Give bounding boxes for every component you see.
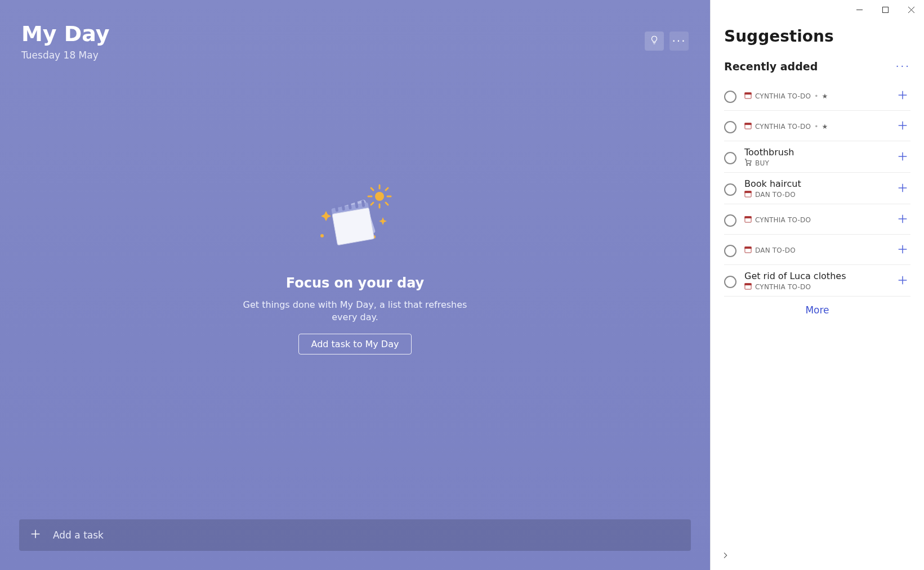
complete-checkbox[interactable] — [724, 276, 736, 288]
suggestion-item[interactable]: CYNTHIA TO-DO — [724, 204, 910, 235]
empty-desc: Get things done with My Day, a list that… — [237, 299, 474, 324]
plus-icon — [896, 243, 909, 258]
suggestion-task-title: Book haircut — [744, 178, 887, 189]
more-options-button[interactable]: ··· — [669, 32, 689, 51]
calendar-icon — [744, 216, 752, 225]
svg-line-6 — [386, 203, 388, 205]
suggestion-meta: CYNTHIA TO-DO•★ — [744, 122, 887, 131]
complete-checkbox[interactable] — [724, 183, 736, 196]
add-task-to-my-day-button[interactable]: Add task to My Day — [298, 334, 412, 354]
page-title: My Day — [21, 23, 645, 46]
plus-icon — [896, 150, 909, 165]
plus-icon — [896, 182, 909, 196]
suggestion-body: CYNTHIA TO-DO•★ — [744, 92, 887, 101]
star-icon: ★ — [822, 92, 828, 100]
suggestion-body: Get rid of Luca clothesCYNTHIA TO-DO — [744, 271, 887, 291]
titles: My Day Tuesday 18 May — [21, 23, 645, 61]
suggestion-body: DAN TO-DO — [744, 246, 887, 255]
window-close-button[interactable] — [898, 1, 924, 18]
suggestion-meta: DAN TO-DO — [744, 246, 887, 255]
calendar-icon — [744, 122, 752, 131]
section-header: Recently added ··· — [724, 60, 910, 73]
svg-rect-46 — [745, 246, 751, 248]
suggestion-item[interactable]: CYNTHIA TO-DO•★ — [724, 80, 910, 111]
suggestion-body: Book haircutDAN TO-DO — [744, 178, 887, 199]
suggestions-toggle-button[interactable] — [645, 32, 664, 51]
complete-checkbox[interactable] — [724, 245, 736, 257]
svg-rect-42 — [745, 216, 751, 218]
add-to-my-day-button[interactable] — [895, 273, 910, 289]
svg-rect-13 — [332, 208, 374, 245]
svg-rect-50 — [745, 284, 751, 285]
plus-icon — [896, 213, 909, 227]
suggestion-task-title: Get rid of Luca clothes — [744, 271, 887, 281]
complete-checkbox[interactable] — [724, 91, 736, 103]
suggestion-item[interactable]: CYNTHIA TO-DO•★ — [724, 111, 910, 141]
suggestions-pane: Suggestions Recently added ··· CYNTHIA T… — [710, 0, 924, 570]
suggestion-item[interactable]: ToothbrushBUY — [724, 141, 910, 173]
main-header: My Day Tuesday 18 May ··· — [0, 0, 710, 61]
suggestion-list-name: DAN TO-DO — [755, 191, 796, 199]
add-to-my-day-button[interactable] — [895, 243, 910, 258]
collapse-panel-button[interactable] — [721, 551, 730, 562]
window-maximize-button[interactable] — [872, 1, 898, 18]
star-icon: ★ — [822, 123, 828, 131]
suggestions-list: CYNTHIA TO-DO•★CYNTHIA TO-DO•★Toothbrush… — [724, 80, 910, 297]
suggestion-list-name: DAN TO-DO — [755, 246, 796, 254]
plus-icon — [896, 274, 909, 289]
svg-rect-38 — [745, 191, 751, 193]
suggestion-body: CYNTHIA TO-DO — [744, 216, 887, 225]
main-pane: My Day Tuesday 18 May ··· — [0, 0, 710, 570]
add-task-input[interactable] — [53, 529, 681, 541]
svg-rect-22 — [882, 7, 888, 12]
complete-checkbox[interactable] — [724, 121, 736, 133]
suggestion-task-title: Toothbrush — [744, 147, 887, 158]
complete-checkbox[interactable] — [724, 214, 736, 227]
add-to-my-day-button[interactable] — [895, 119, 910, 134]
svg-point-9 — [320, 234, 324, 237]
plus-icon — [29, 528, 42, 542]
add-task-bar[interactable] — [19, 519, 691, 551]
complete-checkbox[interactable] — [724, 152, 736, 164]
suggestion-meta: CYNTHIA TO-DO•★ — [744, 92, 887, 101]
separator-dot: • — [814, 123, 818, 131]
svg-point-0 — [375, 192, 384, 201]
suggestion-list-name: CYNTHIA TO-DO — [755, 216, 811, 224]
add-to-my-day-button[interactable] — [895, 88, 910, 104]
side-footer — [711, 543, 924, 570]
plus-icon — [896, 119, 909, 134]
suggestion-meta: CYNTHIA TO-DO — [744, 282, 887, 291]
calendar-icon — [744, 282, 752, 291]
page-date: Tuesday 18 May — [21, 50, 645, 61]
suggestion-meta: CYNTHIA TO-DO — [744, 216, 887, 225]
cart-icon — [744, 159, 752, 168]
empty-illustration — [307, 181, 403, 259]
empty-state-wrap: Focus on your day Get things done with M… — [0, 61, 710, 519]
suggestion-item[interactable]: Book haircutDAN TO-DO — [724, 173, 910, 204]
svg-line-5 — [371, 188, 373, 190]
empty-state: Focus on your day Get things done with M… — [237, 181, 474, 355]
plus-icon — [896, 89, 909, 104]
window-minimize-button[interactable] — [846, 1, 872, 18]
calendar-icon — [744, 92, 752, 101]
suggestions-inner: Suggestions Recently added ··· CYNTHIA T… — [711, 19, 924, 543]
suggestion-meta: DAN TO-DO — [744, 190, 887, 199]
window-controls — [711, 0, 924, 19]
add-to-my-day-button[interactable] — [895, 181, 910, 197]
suggestion-body: ToothbrushBUY — [744, 147, 887, 168]
svg-rect-26 — [745, 92, 751, 94]
svg-line-7 — [386, 188, 388, 190]
suggestion-item[interactable]: DAN TO-DO — [724, 235, 910, 265]
suggestions-title: Suggestions — [724, 27, 910, 46]
empty-title: Focus on your day — [286, 275, 424, 291]
suggestion-item[interactable]: Get rid of Luca clothesCYNTHIA TO-DO — [724, 265, 910, 297]
calendar-icon — [744, 246, 752, 255]
suggestion-body: CYNTHIA TO-DO•★ — [744, 122, 887, 131]
add-to-my-day-button[interactable] — [895, 212, 910, 228]
chevron-right-icon — [721, 551, 730, 560]
add-to-my-day-button[interactable] — [895, 150, 910, 165]
suggestion-list-name: CYNTHIA TO-DO — [755, 123, 811, 131]
more-link[interactable]: More — [724, 297, 910, 324]
lightbulb-icon — [649, 35, 659, 47]
suggestion-list-name: CYNTHIA TO-DO — [755, 92, 811, 100]
